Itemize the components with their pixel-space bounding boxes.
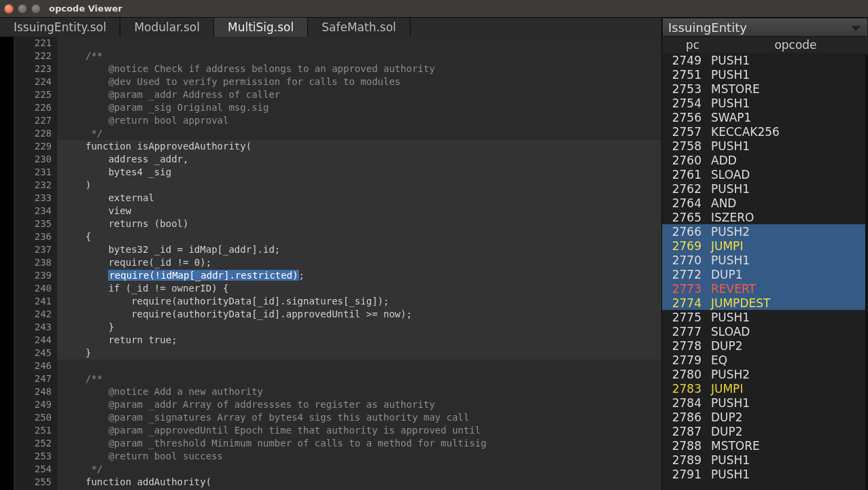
opcode-row[interactable]: 2753MSTORE: [662, 82, 868, 96]
opcode-row[interactable]: 2764AND: [662, 196, 868, 210]
code-line[interactable]: @param _addr Address of caller: [63, 88, 661, 101]
opcode-pc: 2783: [662, 382, 711, 396]
opcode-row[interactable]: 2789PUSH1: [662, 453, 868, 467]
opcode-scrollbar[interactable]: [865, 54, 868, 490]
opcode-row[interactable]: 2758PUSH1: [662, 139, 868, 153]
opcode-row[interactable]: 2769JUMPI: [662, 239, 868, 253]
opcode-name: SLOAD: [711, 168, 868, 181]
code-line[interactable]: @param _threshold Minimum number of call…: [63, 437, 661, 450]
file-tab[interactable]: SafeMath.sol: [308, 18, 411, 37]
code-line[interactable]: }: [63, 321, 661, 334]
opcode-pc: 2769: [662, 239, 711, 253]
line-number: 236: [14, 230, 52, 243]
code-line[interactable]: /**: [63, 50, 661, 63]
opcode-row[interactable]: 2778DUP2: [662, 338, 868, 353]
opcode-row[interactable]: 2772DUP1: [662, 267, 868, 281]
opcode-row[interactable]: 2762PUSH1: [662, 181, 868, 196]
opcode-row[interactable]: 2757KECCAK256: [662, 124, 868, 139]
opcode-pc: 2778: [662, 339, 711, 353]
code-line[interactable]: returns (bool): [63, 217, 661, 230]
code-line[interactable]: if (_id != ownerID) {: [63, 282, 661, 295]
opcode-row[interactable]: 2749PUSH1: [662, 53, 868, 67]
code-line[interactable]: @dev Used to verify permission for calls…: [63, 75, 661, 88]
code-line[interactable]: @param _signatures Array of bytes4 sigs …: [63, 411, 661, 424]
file-tab[interactable]: Modular.sol: [120, 18, 214, 37]
opcode-pc: 2754: [662, 97, 711, 110]
code-line[interactable]: ): [63, 179, 661, 192]
opcode-row[interactable]: 2751PUSH1: [662, 67, 868, 82]
code-line[interactable]: @return bool success: [63, 450, 661, 463]
code-line[interactable]: */: [63, 463, 661, 476]
code-line[interactable]: {: [63, 230, 661, 243]
code-line[interactable]: return true;: [63, 334, 661, 347]
code-line[interactable]: @param _approvedUntil Epoch time that au…: [63, 424, 661, 437]
opcode-row[interactable]: 2779EQ: [662, 353, 868, 367]
opcode-row[interactable]: 2777SLOAD: [662, 324, 868, 338]
opcode-name: DUP2: [711, 425, 868, 438]
window-maximize-button[interactable]: [31, 4, 41, 14]
opcode-name: JUMPI: [711, 239, 868, 253]
opcode-row[interactable]: 2784PUSH1: [662, 396, 868, 410]
file-tab[interactable]: MultiSig.sol: [214, 18, 308, 37]
code-line[interactable]: function addAuthority(: [63, 476, 661, 489]
opcode-row[interactable]: 2766PUSH2: [662, 224, 868, 239]
window-minimize-button[interactable]: [18, 4, 27, 14]
opcode-name: MSTORE: [711, 82, 868, 96]
code-line[interactable]: [63, 360, 661, 372]
code-line[interactable]: external: [63, 192, 661, 205]
opcode-pc: 2774: [662, 296, 711, 310]
line-number: 242: [14, 308, 52, 321]
code-line[interactable]: require(_id != 0);: [63, 256, 661, 269]
code-line[interactable]: @return bool approval: [63, 114, 661, 127]
code-line[interactable]: /**: [63, 372, 661, 385]
line-number: 251: [14, 424, 52, 437]
opcode-row[interactable]: 2775PUSH1: [662, 310, 868, 324]
opcode-row[interactable]: 2780PUSH2: [662, 367, 868, 381]
code-line[interactable]: @notice Add a new authority: [63, 385, 661, 398]
opcode-pc: 2777: [662, 325, 711, 338]
opcode-row[interactable]: 2761SLOAD: [662, 167, 868, 181]
window-close-button[interactable]: [4, 4, 14, 14]
code-line[interactable]: @param _addr Array of addressses to regi…: [63, 398, 661, 411]
opcode-list[interactable]: 2749PUSH12751PUSH12753MSTORE2754PUSH1275…: [662, 53, 868, 490]
opcode-pc: 2760: [662, 154, 711, 167]
opcode-pc: 2757: [662, 125, 711, 139]
code-line[interactable]: view: [63, 205, 661, 217]
opcode-row[interactable]: 2770PUSH1: [662, 253, 868, 267]
opcode-pc: 2773: [662, 282, 711, 296]
code-area[interactable]: /** @notice Check if address belongs to …: [57, 37, 661, 490]
opcode-row[interactable]: 2786DUP2: [662, 410, 868, 424]
code-line[interactable]: @notice Check if address belongs to an a…: [63, 63, 661, 75]
code-editor[interactable]: 2212222232242252262272282292302312322332…: [0, 37, 661, 490]
opcode-row[interactable]: 2791PUSH1: [662, 467, 868, 481]
code-selection: require(!idMap[_addr].restricted): [108, 270, 298, 281]
opcode-pc: 2758: [662, 139, 711, 153]
code-line[interactable]: bytes4 _sig: [63, 166, 661, 179]
line-number: 245: [14, 347, 52, 360]
opcode-row[interactable]: 2787DUP2: [662, 424, 868, 438]
code-line[interactable]: function isApprovedAuthority(: [63, 140, 661, 153]
code-line[interactable]: */: [63, 127, 661, 140]
opcode-row[interactable]: 2788MSTORE: [662, 438, 868, 453]
opcode-row[interactable]: 2754PUSH1: [662, 96, 868, 110]
code-line[interactable]: require(authorityData[_id].approvedUntil…: [63, 308, 661, 321]
code-line[interactable]: bytes32 _id = idMap[_addr].id;: [63, 243, 661, 256]
opcode-row[interactable]: 2760ADD: [662, 153, 868, 167]
code-line[interactable]: require(authorityData[_id].signatures[_s…: [63, 295, 661, 308]
code-line[interactable]: }: [63, 347, 661, 360]
opcode-row[interactable]: 2773REVERT: [662, 281, 868, 296]
window-titlebar: opcode Viewer: [0, 0, 868, 18]
opcode-name: EQ: [711, 353, 868, 367]
opcode-row[interactable]: 2756SWAP1: [662, 110, 868, 124]
file-tab[interactable]: IssuingEntity.sol: [0, 18, 120, 37]
line-number: 237: [14, 243, 52, 256]
opcode-row[interactable]: 2765ISZERO: [662, 210, 868, 224]
code-line[interactable]: [63, 37, 661, 50]
code-line[interactable]: require(!idMap[_addr].restricted);: [63, 269, 661, 282]
code-line[interactable]: address _addr,: [63, 153, 661, 166]
opcode-row[interactable]: 2783JUMPI: [662, 381, 868, 396]
opcode-row[interactable]: 2774JUMPDEST: [662, 296, 868, 310]
code-line[interactable]: @param _sig Original msg.sig: [63, 101, 661, 114]
opcode-name: ADD: [711, 154, 868, 167]
contract-selector[interactable]: IssuingEntity: [662, 18, 868, 37]
